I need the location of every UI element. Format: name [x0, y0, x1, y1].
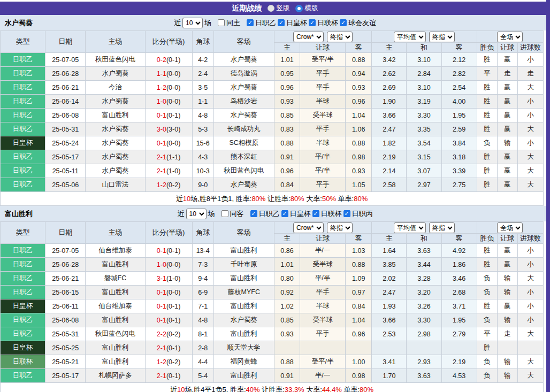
score: 0-1(0-1)	[145, 299, 192, 313]
summary-text: 单率:	[336, 195, 354, 203]
match-date: 25-05-06	[45, 178, 86, 192]
league-checkbox[interactable]	[343, 210, 350, 217]
league-checkbox-label: 球会友谊	[348, 18, 376, 28]
match-date: 25-05-11	[45, 164, 86, 178]
average-odds-group-header: 平均值终指	[372, 222, 477, 234]
avg-away-odds: 4.92	[441, 244, 477, 258]
summary-text: 33.3%	[285, 386, 304, 392]
layout-radio-horizontal[interactable]: 横版	[295, 4, 318, 13]
match-date: 25-05-21	[45, 355, 86, 369]
avg-away-odds: 4.00	[441, 95, 477, 109]
league-type-badge: 日皇杯	[1, 136, 45, 150]
record-summary: 近10场,胜4平1负5, 胜率:40% 让胜率:33.3% 大率:44.4% 单…	[0, 383, 544, 392]
fulltime-score: 2-1	[157, 372, 166, 380]
odds-source-select[interactable]: Crow*	[293, 32, 324, 42]
result-handicap: 输	[497, 369, 517, 383]
match-scope-select[interactable]: 全场	[497, 32, 523, 42]
summary-text: 场,胜8平1负1, 胜率:	[190, 195, 251, 203]
league-type-badge: 日职乙	[1, 122, 45, 136]
score: 0-1(0-1)	[145, 244, 192, 258]
halftime-score: (0-1)	[166, 372, 180, 380]
home-team: 富山胜利	[86, 341, 145, 355]
league-checkbox-label: 日职乙	[259, 209, 280, 219]
same-venue-checkbox[interactable]	[221, 210, 228, 217]
league-checkbox[interactable]	[247, 19, 254, 26]
corner-count: 9-0	[192, 178, 213, 192]
halftime-score: (0-1)	[166, 303, 180, 310]
avg-away-odds: 3.18	[441, 150, 477, 164]
avg-home-odds: 2.19	[372, 150, 407, 164]
league-type-badge: 日职乙	[1, 178, 45, 192]
crow-away-odds: 0.93	[346, 164, 372, 178]
avg-away-odds	[441, 341, 477, 355]
games-label: 场	[208, 209, 215, 219]
average-source-select[interactable]: 平均值	[394, 32, 426, 42]
crow-home-odds: 0.80	[274, 272, 300, 286]
avg-home-odds: 2.47	[372, 286, 407, 299]
summary-text: 40%	[246, 386, 260, 392]
odds-source-select[interactable]: Crow*	[293, 222, 324, 233]
match-date: 25-06-08	[45, 313, 86, 327]
corner-count: 8-1	[192, 327, 213, 341]
match-count-select[interactable]: 10	[186, 209, 207, 219]
summary-text: 近	[176, 195, 183, 203]
match-row: 日职乙25-06-21今治1-2(0-0)3-5水户蜀葵0.96平手0.932.…	[1, 81, 544, 95]
avg-home-odds: 2.62	[372, 67, 407, 81]
column-header: 比分(半场)	[145, 222, 192, 244]
average-source-select[interactable]: 平均值	[394, 222, 426, 233]
match-row: 日职乙25-05-31秋田蓝色闪电2-2(0-2)8-1富山胜利0.93平手0.…	[1, 327, 544, 341]
away-team: SC相模原	[213, 136, 274, 150]
average-stage-select[interactable]: 终指	[429, 32, 455, 42]
home-team: 水户蜀葵	[86, 136, 145, 150]
avg-home-odds: 2.69	[372, 81, 407, 95]
match-count-select[interactable]: 10	[182, 18, 203, 28]
league-checkbox[interactable]	[281, 210, 288, 217]
odds-stage-select[interactable]: 终指	[327, 32, 353, 42]
league-checkbox[interactable]	[250, 210, 257, 217]
crow-away-odds: 0.88	[346, 258, 372, 272]
match-row: 日职乙25-05-31水户蜀葵3-0(3-0)5-3长崎成功丸0.83平手1.0…	[1, 122, 544, 136]
result-outcome: 负	[477, 286, 497, 299]
home-team: 仙台维加泰	[86, 299, 145, 313]
result-goals: 大	[517, 178, 543, 192]
score: 1-1(0-0)	[145, 67, 192, 81]
avg-away-odds: 1.95	[441, 313, 477, 327]
fulltime-score: 3-1	[157, 275, 166, 282]
crow-home-odds: 0.93	[274, 95, 300, 109]
result-goals: 大	[517, 122, 543, 136]
crow-home-odds: 0.91	[274, 369, 300, 383]
result-goals: 小	[517, 244, 543, 258]
crow-home-odds: 1.01	[274, 258, 300, 272]
league-type-badge: 日职乙	[1, 327, 45, 341]
crow-handicap: 半球	[300, 95, 346, 109]
result-goals	[517, 341, 543, 355]
same-venue-checkbox[interactable]	[218, 19, 225, 26]
away-team: 顺天堂大学	[213, 341, 274, 355]
crow-away-odds: 0.96	[346, 95, 372, 109]
team-section: 水户蜀葵近10场同主日职乙日皇杯日联杯球会友谊类型日期主场比分(半场)角球客场C…	[0, 15, 550, 206]
summary-text: 80%	[354, 195, 368, 203]
league-checkbox[interactable]	[309, 19, 316, 26]
summary-text: 大率:	[304, 195, 322, 203]
result-outcome: 负	[477, 313, 497, 327]
avg-draw-odds: 3.07	[407, 164, 441, 178]
avg-draw-odds: 2.93	[407, 355, 441, 369]
fulltime-score: 0-1	[157, 303, 166, 310]
halftime-score: (1-0)	[166, 275, 180, 282]
score: 1-2(0-2)	[145, 355, 192, 369]
layout-radio-vertical[interactable]: 竖版	[268, 4, 290, 13]
odds-stage-select[interactable]: 终指	[327, 222, 353, 233]
league-checkbox[interactable]	[340, 19, 347, 26]
corner-count: 4-8	[192, 109, 213, 122]
match-scope-select[interactable]: 全场	[497, 222, 523, 233]
league-checkbox[interactable]	[312, 210, 319, 217]
avg-away-odds: 2.12	[441, 53, 477, 67]
summary-text: 10	[183, 195, 190, 203]
summary-text: 单率:	[342, 386, 360, 392]
away-team: 德岛漩涡	[213, 67, 274, 81]
score: 0-1(0-1)	[145, 313, 192, 327]
near-label: 近	[174, 18, 181, 28]
league-checkbox[interactable]	[278, 19, 285, 26]
average-stage-select[interactable]: 终指	[429, 222, 455, 233]
avg-away-odds: 3.46	[441, 272, 477, 286]
